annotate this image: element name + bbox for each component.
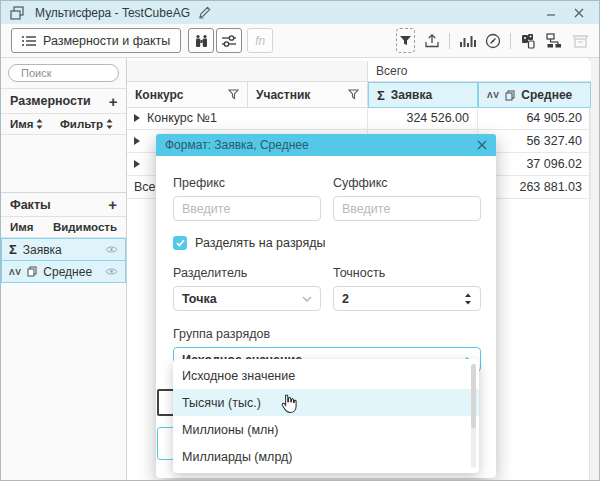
sliders-icon bbox=[221, 34, 237, 48]
sidebar: Размерности + Имя Фильтр Факты + Имя Вид… bbox=[1, 58, 127, 480]
filter-icon bbox=[399, 35, 412, 47]
total-header: Всего bbox=[368, 61, 591, 82]
toolbar: Размерности и факты fn bbox=[1, 24, 599, 58]
dimensions-header: Размерности + bbox=[1, 89, 126, 114]
add-dimension-button[interactable]: + bbox=[109, 94, 118, 109]
archive-button-disabled bbox=[572, 33, 589, 49]
app-window: Мультисфера - TestCubeAG Размерности и ф… bbox=[0, 0, 600, 481]
prefix-input[interactable] bbox=[173, 196, 321, 221]
export-button[interactable] bbox=[424, 33, 440, 48]
dim-col-name[interactable]: Имя bbox=[10, 118, 33, 130]
column-header-label: Участник bbox=[256, 88, 310, 102]
dialog-header[interactable]: Формат: Заявка, Среднее bbox=[156, 134, 496, 156]
column-header-label: Конкурс bbox=[135, 88, 183, 102]
sort-icon[interactable] bbox=[106, 119, 113, 129]
fact-item-zayavka[interactable]: Σ Заявка bbox=[1, 238, 126, 261]
export-icon bbox=[424, 33, 440, 48]
fact-header-zayavka[interactable]: Σ Заявка bbox=[368, 82, 478, 108]
search-input[interactable] bbox=[8, 64, 119, 82]
fact-header-srednee[interactable]: ΛV Среднее bbox=[478, 82, 591, 108]
toolbar-divider bbox=[510, 33, 511, 49]
box-icon bbox=[572, 33, 589, 49]
cell-value: 37 096.02 bbox=[526, 157, 582, 171]
dropdown-option-thousands[interactable]: Тысячи (тыс.) bbox=[173, 389, 479, 416]
separator-select[interactable]: Точка bbox=[173, 286, 321, 311]
table-row-name[interactable]: Конкурс №1 bbox=[127, 107, 368, 130]
copy-pages-icon bbox=[505, 90, 515, 101]
column-header-contest[interactable]: Конкурс bbox=[127, 82, 248, 108]
edit-title-icon[interactable] bbox=[198, 6, 211, 19]
spinner-arrows-icon[interactable] bbox=[464, 293, 472, 305]
facts-title: Факты bbox=[10, 198, 51, 212]
dialog-close-button[interactable] bbox=[477, 140, 487, 150]
dropdown-option-original[interactable]: Исходное значение bbox=[173, 362, 479, 389]
list-icon bbox=[22, 35, 36, 47]
dimensions-title: Размерности bbox=[10, 94, 91, 108]
fact-item-srednee[interactable]: ΛV Среднее bbox=[1, 260, 126, 283]
separator-label: Разделитель bbox=[173, 266, 321, 280]
dropdown-option-millions[interactable]: Миллионы (млн) bbox=[173, 416, 479, 443]
close-icon bbox=[477, 140, 487, 150]
search-section bbox=[1, 58, 126, 89]
split-digits-label: Разделять на разряды bbox=[195, 236, 325, 250]
chart-button[interactable] bbox=[459, 34, 476, 48]
column-filter-icon[interactable] bbox=[348, 89, 359, 100]
cell-value: 324 526.00 bbox=[406, 111, 469, 125]
column-header-participant[interactable]: Участник bbox=[248, 82, 368, 108]
add-fact-button[interactable]: + bbox=[108, 197, 117, 212]
split-digits-checkbox[interactable] bbox=[173, 236, 187, 250]
precision-label: Точность bbox=[333, 266, 481, 280]
expand-arrow-icon[interactable] bbox=[134, 137, 140, 145]
separator-value: Точка bbox=[182, 292, 217, 306]
dimensions-list-empty bbox=[1, 135, 126, 192]
dimensions-facts-label: Размерности и факты bbox=[43, 34, 170, 48]
window-title: Мультисфера - TestCubeAG bbox=[35, 6, 190, 20]
dropdown-scrollbar[interactable] bbox=[471, 364, 476, 468]
bar-chart-icon bbox=[459, 34, 476, 48]
hierarchy-icon bbox=[545, 33, 563, 49]
dimensions-facts-button[interactable]: Размерности и факты bbox=[11, 28, 181, 53]
dimensions-columns-header: Имя Фильтр bbox=[1, 114, 126, 135]
fact-header-label: Заявка bbox=[391, 88, 432, 102]
column-filter-icon[interactable] bbox=[228, 89, 239, 100]
visibility-eye-icon[interactable] bbox=[105, 245, 118, 254]
precision-stepper[interactable]: 2 bbox=[333, 286, 481, 311]
digit-group-label: Группа разрядов bbox=[173, 327, 481, 341]
fact-label: Заявка bbox=[23, 243, 62, 257]
copy-icon bbox=[520, 33, 536, 49]
format-dialog: Формат: Заявка, Среднее Префикс Суффикс bbox=[156, 134, 496, 478]
fn-label: fn bbox=[255, 34, 265, 48]
table-cell[interactable]: 64 905.20 bbox=[478, 107, 591, 130]
binoculars-button[interactable] bbox=[188, 28, 214, 53]
fact-col-visibility: Видимость bbox=[53, 221, 117, 233]
expand-arrow-icon[interactable] bbox=[134, 160, 140, 168]
mouse-cursor-icon bbox=[279, 393, 298, 415]
binoculars-icon bbox=[194, 34, 209, 48]
visibility-eye-icon[interactable] bbox=[105, 267, 118, 276]
dropdown-option-billions[interactable]: Миллиарды (млрд) bbox=[173, 443, 479, 470]
dialog-body: Префикс Суффикс Разделять на разряды bbox=[156, 156, 496, 372]
hierarchy-button[interactable] bbox=[545, 33, 563, 49]
filter-tool-button[interactable] bbox=[396, 28, 415, 53]
copy-facts-button[interactable] bbox=[520, 33, 536, 49]
close-button[interactable] bbox=[567, 4, 591, 22]
gauge-icon bbox=[485, 33, 501, 49]
sort-icon[interactable] bbox=[36, 119, 43, 129]
fact-header-label: Среднее bbox=[521, 88, 572, 102]
expand-arrow-icon[interactable] bbox=[134, 114, 140, 122]
precision-value: 2 bbox=[342, 292, 349, 306]
dropdown-scrollbar-thumb[interactable] bbox=[471, 364, 476, 428]
sliders-button[interactable] bbox=[216, 28, 242, 53]
average-icon: ΛV bbox=[487, 90, 499, 100]
gauge-button[interactable] bbox=[485, 33, 501, 49]
dim-col-filter[interactable]: Фильтр bbox=[60, 118, 103, 130]
facts-header: Факты + bbox=[1, 192, 126, 217]
fn-button[interactable]: fn bbox=[247, 28, 273, 53]
table-cell[interactable]: 324 526.00 bbox=[368, 107, 478, 130]
cell-value: 64 905.20 bbox=[526, 111, 582, 125]
dialog-title: Формат: Заявка, Среднее bbox=[165, 138, 309, 152]
row-label: Конкурс №1 bbox=[147, 111, 217, 125]
suffix-input[interactable] bbox=[333, 196, 481, 221]
minimize-button[interactable] bbox=[539, 4, 563, 22]
toolbar-divider bbox=[449, 33, 450, 49]
